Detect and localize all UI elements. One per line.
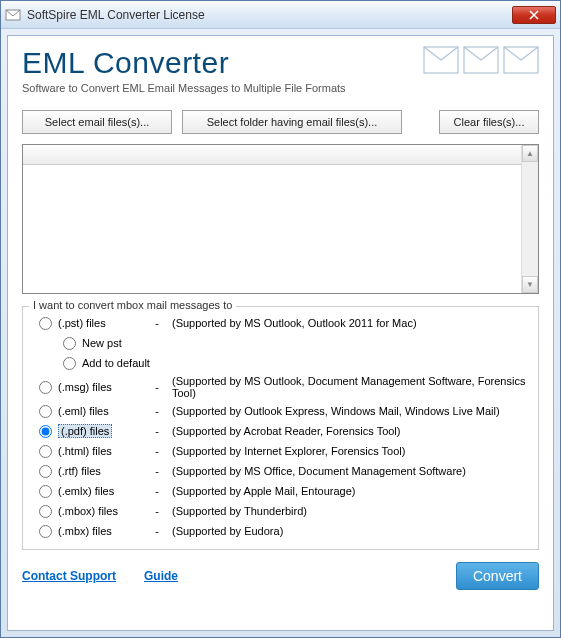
option-label: (.pdf) files	[58, 425, 142, 437]
option-pst: (.pst) files - (Supported by MS Outlook,…	[31, 313, 530, 333]
option-label: (.rtf) files	[58, 465, 142, 477]
option-label: Add to default	[82, 357, 150, 369]
option-dash: -	[142, 465, 172, 477]
option-desc: (Supported by MS Outlook, Outlook 2011 f…	[172, 317, 530, 329]
radio-msg[interactable]	[39, 381, 52, 394]
envelope-icon	[423, 46, 459, 74]
group-label: I want to convert mbox mail messages to	[29, 299, 236, 311]
option-label: (.msg) files	[58, 381, 142, 393]
option-desc: (Supported by Eudora)	[172, 525, 530, 537]
scrollbar[interactable]: ▲ ▼	[521, 145, 538, 293]
option-label: (.emlx) files	[58, 485, 142, 497]
option-label: (.mbx) files	[58, 525, 142, 537]
option-dash: -	[142, 505, 172, 517]
format-options-group: I want to convert mbox mail messages to …	[22, 306, 539, 550]
option-desc: (Supported by Acrobat Reader, Forensics …	[172, 425, 530, 437]
radio-rtf[interactable]	[39, 465, 52, 478]
radio-pdf[interactable]	[39, 425, 52, 438]
app-window: SoftSpire EML Converter License EML Conv…	[0, 0, 561, 638]
option-mbox: (.mbox) files - (Supported by Thunderbir…	[31, 501, 530, 521]
option-dash: -	[142, 525, 172, 537]
option-dash: -	[142, 405, 172, 417]
scroll-up-arrow[interactable]: ▲	[522, 145, 538, 162]
titlebar: SoftSpire EML Converter License	[1, 1, 560, 29]
option-rtf: (.rtf) files - (Supported by MS Office, …	[31, 461, 530, 481]
select-email-files-button[interactable]: Select email files(s)...	[22, 110, 172, 134]
option-dash: -	[142, 485, 172, 497]
header: EML Converter Software to Convert EML Em…	[8, 36, 553, 100]
option-dash: -	[142, 445, 172, 457]
app-subtitle: Software to Convert EML Email Messages t…	[22, 82, 539, 94]
radio-mbx[interactable]	[39, 525, 52, 538]
content-area: EML Converter Software to Convert EML Em…	[7, 35, 554, 631]
option-dash: -	[142, 425, 172, 437]
guide-link[interactable]: Guide	[144, 569, 178, 583]
option-label: (.pst) files	[58, 317, 142, 329]
option-desc: (Supported by Outlook Express, Windows M…	[172, 405, 530, 417]
footer: Contact Support Guide Convert	[8, 554, 553, 600]
option-pst-add: Add to default	[31, 353, 530, 373]
option-eml: (.eml) files - (Supported by Outlook Exp…	[31, 401, 530, 421]
convert-button[interactable]: Convert	[456, 562, 539, 590]
clear-files-button[interactable]: Clear files(s)...	[439, 110, 539, 134]
option-emlx: (.emlx) files - (Supported by Apple Mail…	[31, 481, 530, 501]
envelope-decoration	[423, 46, 539, 74]
option-label: (.eml) files	[58, 405, 142, 417]
radio-html[interactable]	[39, 445, 52, 458]
window-title: SoftSpire EML Converter License	[27, 8, 512, 22]
option-desc: (Supported by MS Outlook, Document Manag…	[172, 375, 530, 399]
option-pst-new: New pst	[31, 333, 530, 353]
option-desc: (Supported by Thunderbird)	[172, 505, 530, 517]
toolbar: Select email files(s)... Select folder h…	[8, 100, 553, 140]
close-icon	[529, 10, 539, 20]
option-label: (.mbox) files	[58, 505, 142, 517]
option-label: New pst	[82, 337, 122, 349]
option-desc: (Supported by Internet Explorer, Forensi…	[172, 445, 530, 457]
file-list[interactable]: ▲ ▼	[22, 144, 539, 294]
radio-add-default[interactable]	[63, 357, 76, 370]
option-dash: -	[142, 317, 172, 329]
option-dash: -	[142, 381, 172, 393]
option-html: (.html) files - (Supported by Internet E…	[31, 441, 530, 461]
select-folder-button[interactable]: Select folder having email files(s)...	[182, 110, 402, 134]
option-pdf: (.pdf) files - (Supported by Acrobat Rea…	[31, 421, 530, 441]
close-button[interactable]	[512, 6, 556, 24]
envelope-icon	[503, 46, 539, 74]
scroll-down-arrow[interactable]: ▼	[522, 276, 538, 293]
option-mbx: (.mbx) files - (Supported by Eudora)	[31, 521, 530, 541]
envelope-icon	[463, 46, 499, 74]
radio-eml[interactable]	[39, 405, 52, 418]
file-list-header	[23, 145, 538, 165]
option-desc: (Supported by MS Office, Document Manage…	[172, 465, 530, 477]
option-desc: (Supported by Apple Mail, Entourage)	[172, 485, 530, 497]
contact-support-link[interactable]: Contact Support	[22, 569, 116, 583]
radio-pst[interactable]	[39, 317, 52, 330]
radio-new-pst[interactable]	[63, 337, 76, 350]
app-icon	[5, 7, 21, 23]
option-label: (.html) files	[58, 445, 142, 457]
radio-mbox[interactable]	[39, 505, 52, 518]
option-msg: (.msg) files - (Supported by MS Outlook,…	[31, 373, 530, 401]
radio-emlx[interactable]	[39, 485, 52, 498]
